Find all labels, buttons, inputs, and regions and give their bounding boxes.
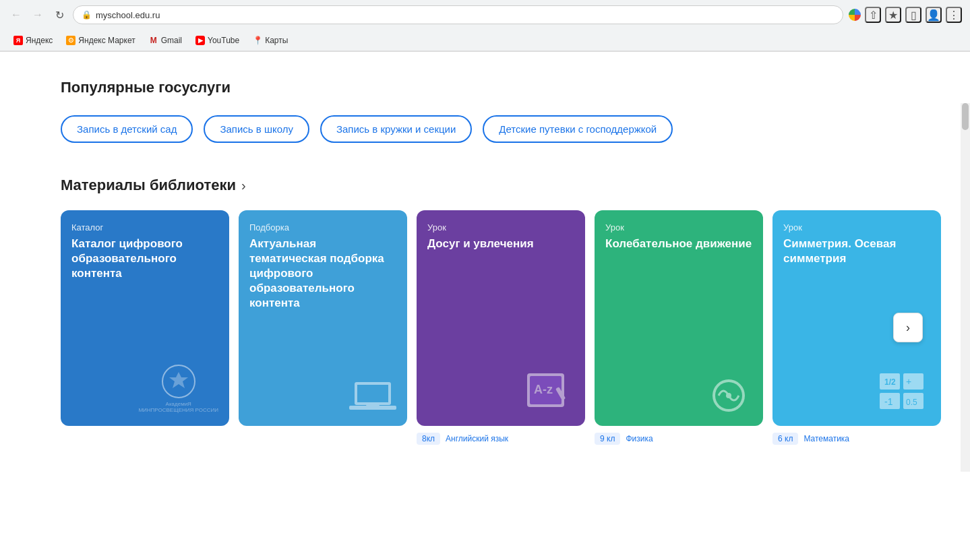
card-1-title: Актуальная тематическая подборка цифрово… (249, 237, 396, 311)
browser-icons: ⇧ ★ ▯ 👤 ⋮ (849, 7, 962, 23)
card-3-icon (605, 251, 752, 414)
page-content: Популярные госуслуги Запись в детский са… (0, 52, 970, 472)
address-bar[interactable]: 🔒 myschool.edu.ru (73, 5, 843, 24)
service-btn-vouchers[interactable]: Детские путевки с господдержкой (483, 115, 673, 143)
profile-button[interactable]: 👤 (926, 7, 942, 23)
card-3-tags: 9 кл Физика (595, 433, 763, 445)
card-0-icon: АкадемиЯМИНПРОСВЕЩЕНИЯ РОССИИ (71, 281, 218, 414)
bookmark-maps[interactable]: 📍 Карты (247, 34, 293, 47)
card-2-type: Урок (427, 222, 574, 232)
card-0-title: Каталог цифрового образовательного конте… (71, 237, 218, 281)
bookmark-youtube[interactable]: ▶ YouTube (190, 34, 245, 47)
svg-point-10 (726, 393, 731, 398)
cards-row: Каталог Каталог цифрового образовательно… (61, 210, 909, 445)
gmail-favicon: M (149, 36, 158, 45)
reload-button[interactable]: ↻ (51, 7, 67, 23)
tablet-button[interactable]: ▯ (905, 7, 921, 23)
bookmarks-bar: Я Яндекс ⊙ Яндекс Маркет M Gmail ▶ YouTu… (0, 30, 970, 51)
service-btn-school[interactable]: Запись в школу (204, 115, 309, 143)
card-1-type: Подборка (249, 222, 396, 232)
bookmark-youtube-label: YouTube (208, 36, 239, 45)
card-4-title: Симметрия. Осевая симметрия (783, 237, 930, 266)
share-button[interactable]: ⇧ (865, 7, 881, 23)
card-2-title: Досуг и увлечения (427, 237, 574, 251)
card-4-grade[interactable]: 6 кл (772, 433, 798, 445)
yandex-market-favicon: ⊙ (66, 36, 75, 45)
bookmark-gmail-label: Gmail (161, 36, 182, 45)
browser-chrome: ← → ↻ 🔒 myschool.edu.ru ⇧ ★ ▯ 👤 ⋮ Я Янде… (0, 0, 970, 52)
menu-button[interactable]: ⋮ (946, 7, 962, 23)
popular-services-title: Популярные госуслуги (61, 79, 909, 96)
card-2-icon: A-z (427, 251, 574, 414)
svg-rect-1 (357, 385, 388, 402)
svg-text:-1: -1 (884, 396, 893, 407)
card-4-subject[interactable]: Математика (804, 433, 849, 445)
card-leisure[interactable]: Урок Досуг и увлечения A-z (417, 210, 585, 426)
youtube-favicon: ▶ (195, 36, 205, 45)
card-4-type: Урок (783, 222, 930, 232)
next-cards-button[interactable]: › (893, 313, 923, 342)
popular-services-section: Популярные госуслуги Запись в детский са… (61, 79, 909, 143)
service-btn-clubs[interactable]: Запись в кружки и секции (320, 115, 472, 143)
card-3-grade[interactable]: 9 кл (595, 433, 620, 445)
bookmark-yandex-market[interactable]: ⊙ Яндекс Маркет (61, 34, 140, 47)
card-wrapper-2: Урок Досуг и увлечения A-z (417, 210, 585, 445)
card-2-tags: 8кл Английский язык (417, 433, 585, 445)
card-2-subject[interactable]: Английский язык (446, 433, 508, 445)
svg-text:A-z: A-z (534, 383, 553, 396)
card-wrapper-3: Урок Колебательное движение (595, 210, 763, 445)
scroll-thumb[interactable] (962, 103, 969, 130)
academy-logo: АкадемиЯМИНПРОСВЕЩЕНИЯ РОССИИ (138, 365, 218, 414)
card-3-type: Урок (605, 222, 752, 232)
library-section: Материалы библиотеки › Каталог Каталог ц… (61, 177, 909, 445)
library-title: Материалы библиотеки (61, 177, 236, 194)
card-3-title: Колебательное движение (605, 237, 752, 251)
card-catalog[interactable]: Каталог Каталог цифрового образовательно… (61, 210, 229, 426)
card-0-type: Каталог (71, 222, 218, 232)
card-wrapper-1: Подборка Актуальная тематическая подборк… (239, 210, 407, 445)
content-wrapper: Популярные госуслуги Запись в детский са… (0, 52, 970, 472)
bookmark-yandex[interactable]: Я Яндекс (8, 34, 58, 47)
card-3-subject[interactable]: Физика (626, 433, 653, 445)
card-wrapper-0: Каталог Каталог цифрового образовательно… (61, 210, 229, 445)
academy-emblem (162, 365, 195, 398)
library-header: Материалы библиотеки › (61, 177, 909, 194)
academy-text: АкадемиЯМИНПРОСВЕЩЕНИЯ РОССИИ (138, 401, 218, 414)
yandex-favicon: Я (13, 36, 23, 45)
bookmark-yandex-market-label: Яндекс Маркет (78, 36, 135, 45)
back-button[interactable]: ← (8, 7, 24, 23)
url-text: myschool.edu.ru (96, 10, 160, 20)
scroll-track (961, 103, 970, 472)
bookmark-maps-label: Карты (265, 36, 288, 45)
card-1-icon (249, 311, 396, 414)
lock-icon: 🔒 (82, 10, 92, 20)
browser-toolbar: ← → ↻ 🔒 myschool.edu.ru ⇧ ★ ▯ 👤 ⋮ (0, 0, 970, 30)
bookmark-gmail[interactable]: M Gmail (144, 34, 187, 47)
svg-text:0.5: 0.5 (906, 398, 917, 407)
svg-text:+: + (906, 376, 911, 387)
bookmark-button[interactable]: ★ (885, 7, 901, 23)
bookmark-yandex-label: Яндекс (26, 36, 53, 45)
service-buttons: Запись в детский сад Запись в школу Запи… (61, 115, 909, 143)
card-collection[interactable]: Подборка Актуальная тематическая подборк… (239, 210, 407, 426)
card-2-grade[interactable]: 8кл (417, 433, 440, 445)
service-btn-kindergarten[interactable]: Запись в детский сад (61, 115, 193, 143)
maps-favicon: 📍 (253, 36, 262, 45)
google-icon (849, 9, 861, 21)
card-4-tags: 6 кл Математика (772, 433, 941, 445)
svg-text:1/2: 1/2 (884, 377, 896, 387)
svg-rect-3 (366, 405, 380, 407)
forward-button[interactable]: → (30, 7, 46, 23)
card-oscillation[interactable]: Урок Колебательное движение (595, 210, 763, 426)
library-arrow[interactable]: › (241, 178, 246, 193)
